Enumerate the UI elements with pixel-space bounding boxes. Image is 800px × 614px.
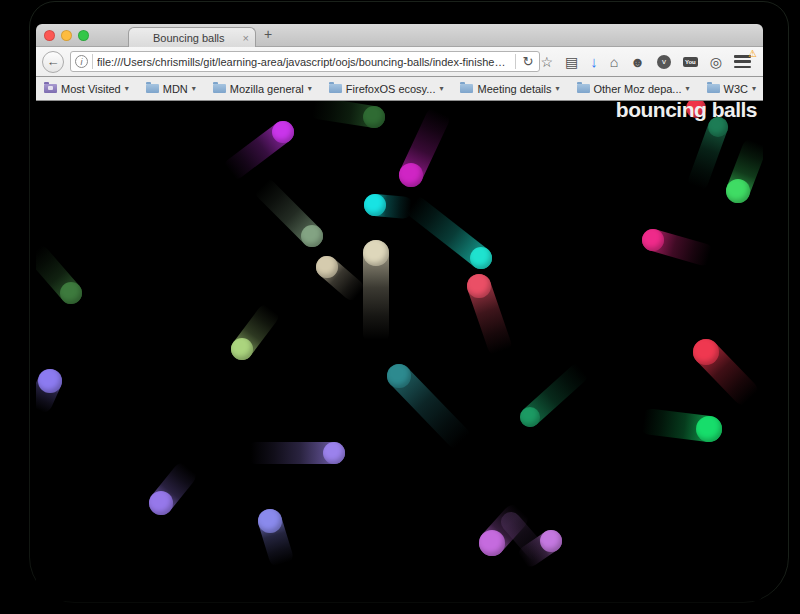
- ball: [642, 229, 664, 251]
- folder-icon: [460, 84, 473, 93]
- chevron-down-icon: ▾: [192, 84, 196, 93]
- chevron-down-icon: ▾: [686, 84, 690, 93]
- ball: [387, 364, 411, 388]
- tab-bouncing-balls[interactable]: Bouncing balls ×: [128, 27, 256, 47]
- bookmark-w3c[interactable]: W3C ▾: [707, 83, 756, 95]
- bookmark-label: Other Moz depa...: [594, 83, 682, 95]
- bookmark-star-icon[interactable]: ☆: [540, 55, 553, 69]
- chevron-down-icon: ▾: [125, 84, 129, 93]
- bookmark-mdn[interactable]: MDN ▾: [146, 83, 196, 95]
- chevron-down-icon: ▾: [308, 84, 312, 93]
- back-button[interactable]: ←: [42, 51, 64, 73]
- folder-icon: [577, 84, 590, 93]
- url-input[interactable]: [97, 56, 511, 68]
- ball: [231, 338, 253, 360]
- bookmark-mozilla-general[interactable]: Mozilla general ▾: [213, 83, 312, 95]
- tab-close-icon[interactable]: ×: [243, 32, 249, 44]
- reload-icon[interactable]: ↻: [520, 54, 535, 69]
- new-tab-button[interactable]: +: [264, 26, 272, 42]
- ball: [696, 416, 722, 442]
- site-info-icon[interactable]: i: [75, 55, 88, 68]
- traffic-lights: [44, 30, 89, 41]
- bookmark-meeting-details[interactable]: Meeting details ▾: [460, 83, 559, 95]
- minimize-window-button[interactable]: [61, 30, 72, 41]
- url-bar[interactable]: i ↻: [70, 51, 540, 72]
- ball: [693, 339, 719, 365]
- downloads-icon[interactable]: ↓: [590, 54, 598, 69]
- bookmark-label: MDN: [163, 83, 188, 95]
- warning-badge-icon: ⚠: [748, 48, 757, 59]
- balls-layer: [36, 101, 763, 601]
- ball: [363, 106, 385, 128]
- ball: [726, 179, 750, 203]
- bookmark-label: Most Visited: [61, 83, 121, 95]
- folder-icon: [213, 84, 226, 93]
- ball: [364, 194, 386, 216]
- nav-toolbar: ← i ↻ ☆ ▤ ↓ ⌂ ☻ v You ◎ ⚠: [36, 47, 763, 77]
- bookmark-label: W3C: [724, 83, 748, 95]
- hello-icon[interactable]: ☻: [630, 55, 645, 69]
- ball: [301, 225, 323, 247]
- reading-list-icon[interactable]: ▤: [565, 55, 578, 69]
- bookmark-label: FirefoxOS ecosy...: [346, 83, 436, 95]
- ball: [467, 274, 491, 298]
- url-separator: [92, 54, 93, 69]
- bookmarks-bar: Most Visited ▾ MDN ▾ Mozilla general ▾ F…: [36, 77, 763, 101]
- menu-button[interactable]: ⚠: [734, 55, 751, 68]
- menu-bar: [734, 66, 751, 69]
- titlebar[interactable]: Bouncing balls × +: [36, 24, 763, 47]
- browser-window: Bouncing balls × + ← i ↻ ☆ ▤ ↓ ⌂ ☻ v You…: [36, 24, 763, 601]
- page-content: bouncing balls: [36, 101, 763, 601]
- zoom-window-button[interactable]: [78, 30, 89, 41]
- ball: [323, 442, 345, 464]
- ball: [149, 491, 173, 515]
- folder-icon: [329, 84, 342, 93]
- chevron-down-icon: ▾: [555, 84, 559, 93]
- tab-title: Bouncing balls: [135, 32, 243, 44]
- ball: [470, 247, 492, 269]
- url-separator: [515, 54, 516, 69]
- smart-folder-icon: [44, 84, 57, 93]
- toolbar-icons: ☆ ▤ ↓ ⌂ ☻ v You ◎ ⚠: [540, 54, 751, 69]
- ball: [520, 407, 540, 427]
- ball: [479, 530, 505, 556]
- bookmark-label: Meeting details: [477, 83, 551, 95]
- chevron-down-icon: ▾: [752, 84, 756, 93]
- youtube-addon-icon[interactable]: You: [683, 57, 698, 67]
- ball: [272, 121, 294, 143]
- home-icon[interactable]: ⌂: [610, 55, 618, 69]
- ball: [38, 369, 62, 393]
- chevron-down-icon: ▾: [439, 84, 443, 93]
- bookmark-firefoxos-ecosystem[interactable]: FirefoxOS ecosy... ▾: [329, 83, 444, 95]
- menu-bar: [734, 60, 751, 63]
- page-title: bouncing balls: [616, 101, 757, 122]
- pocket-icon[interactable]: v: [657, 55, 671, 69]
- bookmark-label: Mozilla general: [230, 83, 304, 95]
- folder-icon: [146, 84, 159, 93]
- bookmark-most-visited[interactable]: Most Visited ▾: [44, 83, 129, 95]
- ball: [399, 163, 423, 187]
- ball: [60, 282, 82, 304]
- close-window-button[interactable]: [44, 30, 55, 41]
- fingerprint-addon-icon[interactable]: ◎: [710, 55, 722, 69]
- bookmark-other-moz-departments[interactable]: Other Moz depa... ▾: [577, 83, 690, 95]
- ball: [258, 509, 282, 533]
- ball: [316, 256, 338, 278]
- folder-icon: [707, 84, 720, 93]
- ball: [363, 240, 389, 266]
